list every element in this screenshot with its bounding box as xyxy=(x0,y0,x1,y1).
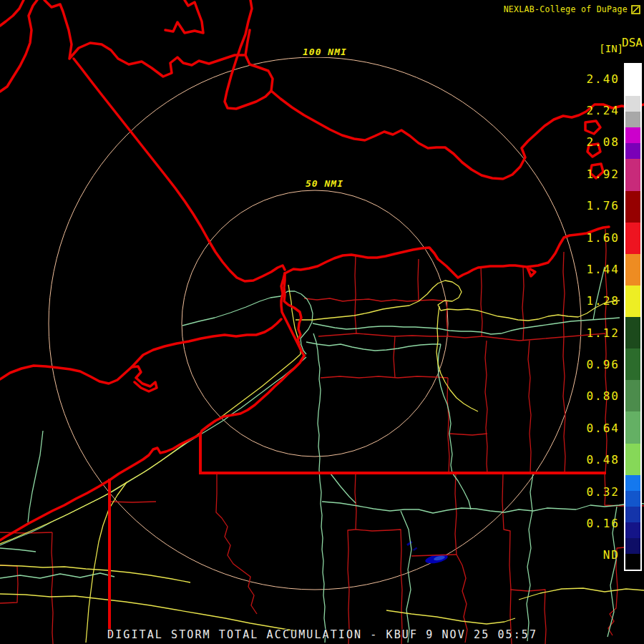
range-ring-label-50nmi: 50 NMI xyxy=(303,178,346,189)
color-scale-label: 0.80 xyxy=(570,381,620,412)
color-scale-bar xyxy=(624,63,642,571)
color-scale-label: 1.44 xyxy=(570,253,620,285)
range-ring-label-100nmi: 100 NMI xyxy=(301,47,349,57)
header-branding: NEXLAB-College of DuPage xyxy=(504,4,640,14)
color-scale-segment xyxy=(625,444,640,475)
color-scale-segment xyxy=(625,223,640,254)
brand-text: NEXLAB-College of DuPage xyxy=(504,4,628,14)
color-scale-label: 0.64 xyxy=(570,412,620,444)
color-scale-label: 0.96 xyxy=(570,348,620,380)
color-scale-segment xyxy=(625,475,640,491)
color-scale-label: 1.60 xyxy=(570,222,620,253)
color-scale-label: 0.48 xyxy=(570,444,620,476)
color-scale-label: 1.76 xyxy=(570,190,620,222)
color-scale-labels: 2.402.242.081.921.761.601.441.281.120.96… xyxy=(570,63,620,571)
roads-yellow xyxy=(0,280,644,643)
color-scale-label: 2.08 xyxy=(570,127,620,158)
color-scale-segment xyxy=(625,507,640,522)
color-scale-label: 1.28 xyxy=(570,286,620,317)
color-scale-segment xyxy=(625,491,640,507)
color-scale-label: ND xyxy=(570,540,620,571)
color-scale-label: 1.92 xyxy=(570,158,620,190)
color-scale-segment xyxy=(625,191,640,223)
color-scale-segment xyxy=(625,538,640,554)
color-scale-segment xyxy=(625,411,640,443)
color-scale-segment xyxy=(625,143,640,159)
radar-display: 100 NMI 50 NMI NEXLAB-College of DuPage … xyxy=(0,0,644,644)
color-scale-label: 2.24 xyxy=(570,94,620,126)
radar-map xyxy=(0,0,644,644)
color-scale-segment xyxy=(625,159,640,190)
product-code: DSA xyxy=(622,36,643,49)
color-scale-label: 1.12 xyxy=(570,317,620,348)
color-scale-segment xyxy=(625,254,640,286)
color-scale-label: 2.40 xyxy=(570,63,620,94)
cod-logo-icon xyxy=(631,5,640,14)
color-scale-segment xyxy=(625,554,640,570)
county-boundaries xyxy=(0,229,644,644)
radar-echo xyxy=(406,541,449,565)
roads-green xyxy=(0,267,644,643)
color-scale-segment xyxy=(625,286,640,317)
shorelines xyxy=(0,0,644,540)
color-scale-label: 0.32 xyxy=(570,476,620,507)
color-scale-segment xyxy=(625,127,640,143)
color-scale-label: 0.16 xyxy=(570,507,620,539)
units-label: [IN] xyxy=(599,43,623,54)
color-scale-segment xyxy=(625,317,640,348)
color-scale-segment xyxy=(625,96,640,112)
product-title: DIGITAL STORM TOTAL ACCUMULATION - KBUF … xyxy=(107,628,537,641)
color-scale-segment xyxy=(625,348,640,380)
color-scale-segment xyxy=(625,380,640,411)
color-scale-segment xyxy=(625,64,640,96)
color-scale-segment xyxy=(625,522,640,538)
color-scale-segment xyxy=(625,112,640,127)
